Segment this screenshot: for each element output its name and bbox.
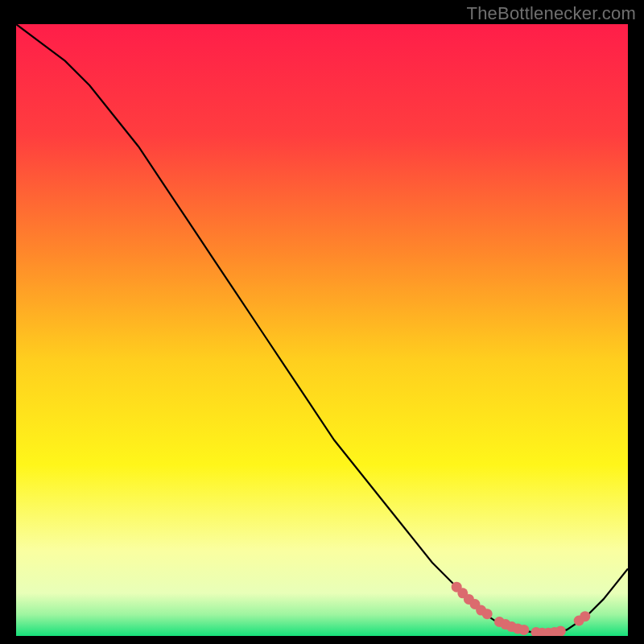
marker-dot bbox=[482, 609, 493, 619]
attribution-label: TheBottlenecker.com bbox=[467, 3, 636, 24]
marker-dot bbox=[555, 625, 566, 636]
chart-container: TheBottlenecker.com bbox=[0, 0, 644, 644]
marker-dot bbox=[518, 625, 529, 635]
marker-dot bbox=[580, 611, 590, 621]
plot-frame bbox=[16, 24, 628, 636]
gradient-background bbox=[16, 24, 628, 636]
chart-svg bbox=[16, 24, 628, 636]
